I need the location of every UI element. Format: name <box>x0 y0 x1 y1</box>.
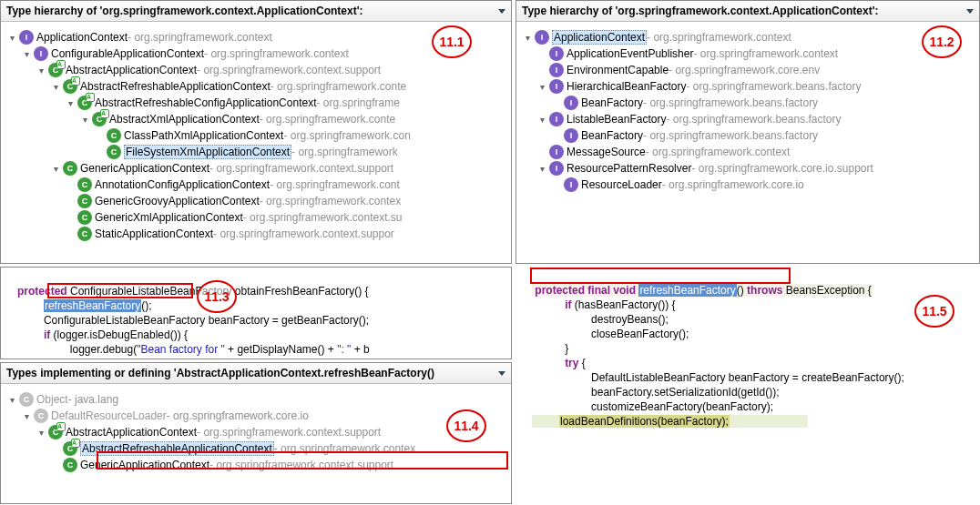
package-name: - org.springframework.context <box>647 31 791 44</box>
type-name: BeanFactory <box>581 129 643 142</box>
tree-row[interactable]: IEnvironmentCapable - org.springframewor… <box>520 62 975 78</box>
expand-arrow[interactable]: ▾ <box>19 411 34 421</box>
package-name: - org.springframework.conte <box>271 80 406 93</box>
tree-row[interactable]: ▾IApplicationContext - org.springframewo… <box>5 29 507 45</box>
expand-arrow[interactable]: ▾ <box>63 98 77 108</box>
tree-row[interactable]: ▾IListableBeanFactory - org.springframew… <box>520 111 975 127</box>
type-name: BeanFactory <box>581 96 643 109</box>
class-icon: C <box>48 63 63 77</box>
tree-row[interactable]: ▾CAbstractXmlApplicationContext - org.sp… <box>5 111 507 127</box>
tree-row[interactable]: ▾IApplicationContext - org.springframewo… <box>520 29 975 45</box>
tree-row[interactable]: CGenericApplicationContext - org.springf… <box>5 457 507 473</box>
code-content: protected ConfigurableListableBeanFactor… <box>1 268 511 359</box>
expand-arrow[interactable]: ▾ <box>19 49 34 59</box>
package-name: - org.springframework.core.io <box>167 409 309 422</box>
tree-row[interactable]: IApplicationEventPublisher - org.springf… <box>520 45 975 62</box>
panel-header: Type hierarchy of 'org.springframework.c… <box>1 1 511 22</box>
class-icon: C <box>19 392 34 407</box>
type-name: GenericGroovyApplicationContext <box>95 195 260 207</box>
type-name: ApplicationContext <box>36 31 128 44</box>
expand-arrow[interactable]: ▾ <box>48 164 63 174</box>
expand-arrow[interactable]: ▾ <box>535 164 549 174</box>
package-name: - org.springframework.core.io <box>662 178 804 191</box>
panel-header: Types implementing or defining 'Abstract… <box>1 363 511 384</box>
type-hierarchy-panel-right: Type hierarchy of 'org.springframework.c… <box>516 0 980 264</box>
class-icon: C <box>77 96 92 110</box>
type-name: AnnotationConfigApplicationContext <box>95 178 270 191</box>
tree-row[interactable]: ▾IResourcePatternResolver - org.springfr… <box>520 160 975 177</box>
class-icon: C <box>107 145 121 159</box>
package-name: - org.springframework.core.env <box>669 64 820 76</box>
tree-row[interactable]: IBeanFactory - org.springframework.beans… <box>520 127 975 144</box>
package-name: - org.springframework.contex <box>274 442 415 455</box>
hierarchy-tree[interactable]: ▾IApplicationContext - org.springframewo… <box>516 22 979 197</box>
type-name: ResourceLoader <box>581 178 662 191</box>
tree-row[interactable]: IResourceLoader - org.springframework.co… <box>520 177 975 193</box>
type-name: EnvironmentCapable <box>567 64 669 76</box>
type-name: GenericApplicationContext <box>80 162 209 175</box>
panel-title: Type hierarchy of 'org.springframework.c… <box>6 5 363 17</box>
hierarchy-tree[interactable]: ▾IApplicationContext - org.springframewo… <box>1 22 511 246</box>
type-name: MessageSource <box>567 146 646 158</box>
package-name: - org.springframework.beans.factory <box>666 113 841 126</box>
tree-row[interactable]: IBeanFactory - org.springframework.beans… <box>520 95 975 111</box>
expand-arrow[interactable]: ▾ <box>5 33 19 43</box>
package-name: - org.springframework.context.support <box>209 162 393 175</box>
package-name: - org.springframework.con <box>283 129 410 142</box>
expand-arrow[interactable]: ▾ <box>520 33 535 43</box>
tree-row[interactable]: CFileSystemXmlApplicationContext - org.s… <box>5 144 507 160</box>
interface-icon: I <box>549 145 564 159</box>
dropdown-icon[interactable] <box>498 371 505 376</box>
tree-row[interactable]: ▾CDefaultResourceLoader - org.springfram… <box>5 408 507 424</box>
tree-row[interactable]: CGenericGroovyApplicationContext - org.s… <box>5 193 507 209</box>
tree-row[interactable]: CAbstractRefreshableApplicationContext -… <box>5 440 507 457</box>
interface-icon: I <box>549 161 564 176</box>
implementing-tree[interactable]: ▾CObject - java.lang▾CDefaultResourceLoa… <box>1 384 511 477</box>
expand-arrow[interactable]: ▾ <box>48 82 63 92</box>
package-name: - org.springframework.beans.factory <box>643 129 818 142</box>
class-icon: C <box>77 210 92 225</box>
tree-row[interactable]: ▾CGenericApplicationContext - org.spring… <box>5 160 507 177</box>
tree-row[interactable]: CStaticApplicationContext - org.springfr… <box>5 226 507 242</box>
tree-row[interactable]: ▾CAbstractRefreshableApplicationContext … <box>5 78 507 95</box>
tree-row[interactable]: IMessageSource - org.springframework.con… <box>520 144 975 160</box>
interface-icon: I <box>564 96 578 110</box>
tree-row[interactable]: ▾CAbstractApplicationContext - org.sprin… <box>5 424 507 440</box>
tree-row[interactable]: ▾IConfigurableApplicationContext - org.s… <box>5 45 507 62</box>
class-icon: C <box>63 79 77 94</box>
tree-row[interactable]: CClassPathXmlApplicationContext - org.sp… <box>5 127 507 144</box>
type-name: ConfigurableApplicationContext <box>51 47 204 60</box>
tree-row[interactable]: CAnnotationConfigApplicationContext - or… <box>5 177 507 193</box>
expand-arrow[interactable]: ▾ <box>34 66 48 76</box>
tree-row[interactable]: ▾CAbstractRefreshableConfigApplicationCo… <box>5 95 507 111</box>
type-name: FileSystemXmlApplicationContext <box>124 145 291 159</box>
dropdown-icon[interactable] <box>498 9 505 14</box>
tree-row[interactable]: ▾CAbstractApplicationContext - org.sprin… <box>5 62 507 78</box>
type-name: AbstractRefreshableApplicationContext <box>80 441 274 456</box>
package-name: - org.springframework.context <box>693 47 838 60</box>
implementing-types-panel: Types implementing or defining 'Abstract… <box>0 362 512 504</box>
expand-arrow[interactable]: ▾ <box>535 115 549 125</box>
tree-row[interactable]: ▾CObject - java.lang <box>5 391 507 408</box>
package-name: - org.springframework.beans.factory <box>643 96 818 109</box>
tree-row[interactable]: ▾IHierarchicalBeanFactory - org.springfr… <box>520 78 975 95</box>
expand-arrow[interactable]: ▾ <box>77 115 92 125</box>
panel-header: Type hierarchy of 'org.springframework.c… <box>516 1 979 22</box>
class-icon: C <box>77 227 92 241</box>
code-editor-right[interactable]: protected final void refreshBeanFactory(… <box>516 267 980 454</box>
class-icon: C <box>63 458 77 472</box>
type-name: ApplicationEventPublisher <box>567 47 693 60</box>
package-name: - org.springframework.context.su <box>243 211 403 224</box>
type-hierarchy-panel-left: Type hierarchy of 'org.springframework.c… <box>0 0 512 264</box>
expand-arrow[interactable]: ▾ <box>535 82 549 92</box>
package-name: - org.springframework.conte <box>260 113 395 126</box>
package-name: - org.springframework <box>291 146 398 158</box>
tree-row[interactable]: CGenericXmlApplicationContext - org.spri… <box>5 209 507 226</box>
expand-arrow[interactable]: ▾ <box>5 395 19 405</box>
type-name: HierarchicalBeanFactory <box>567 80 686 93</box>
code-editor-left[interactable]: protected ConfigurableListableBeanFactor… <box>0 267 512 359</box>
dropdown-icon[interactable] <box>966 9 974 14</box>
class-icon: C <box>48 425 63 439</box>
type-name: Object <box>36 393 68 406</box>
expand-arrow[interactable]: ▾ <box>34 428 48 438</box>
